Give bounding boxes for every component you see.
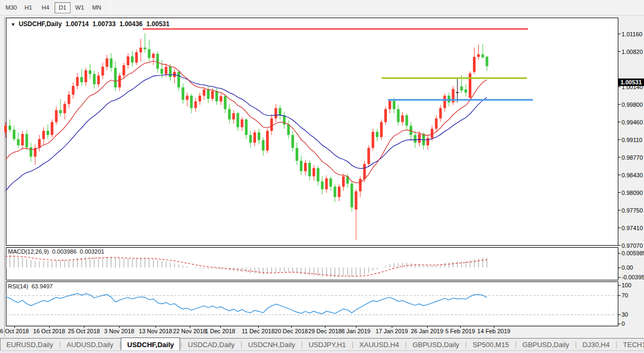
date-tick-label: 8 Jan 2019 bbox=[342, 328, 370, 334]
candle-body bbox=[190, 96, 193, 108]
candle-body bbox=[249, 135, 252, 143]
rsi-pane bbox=[6, 282, 618, 326]
candle-body bbox=[215, 91, 218, 101]
timeframe-button-w1[interactable]: W1 bbox=[72, 2, 88, 13]
chart-tab-dj30-h4[interactable]: DJ30,H4 bbox=[577, 339, 616, 350]
date-tick-label: 25 Oct 2018 bbox=[68, 328, 100, 334]
candle-body bbox=[270, 119, 273, 131]
candle-body bbox=[207, 90, 210, 99]
candle-body bbox=[439, 108, 442, 118]
candle-body bbox=[389, 101, 391, 109]
candle-body bbox=[97, 75, 100, 84]
candle-body bbox=[401, 115, 404, 122]
timeframe-button-mn[interactable]: MN bbox=[89, 2, 105, 13]
chart-tab-eurusd-daily[interactable]: EURUSD,Daily bbox=[1, 339, 59, 350]
candle-body bbox=[296, 148, 298, 161]
candle-body bbox=[435, 119, 438, 129]
candle-body bbox=[258, 132, 260, 140]
candle-body bbox=[182, 88, 184, 100]
candle-body bbox=[397, 109, 400, 122]
candle-body bbox=[131, 57, 134, 63]
timeframe-toolbar: M30H1H4D1W1MN bbox=[0, 0, 644, 15]
candle-body bbox=[464, 90, 467, 93]
chart-dropdown-icon[interactable]: ▼ bbox=[11, 22, 15, 27]
timeframe-button-h1[interactable]: H1 bbox=[20, 2, 36, 13]
timeframe-button-d1[interactable]: D1 bbox=[55, 2, 71, 13]
chart-tab-xauusd-h4[interactable]: XAUUSD,H4 bbox=[353, 339, 405, 350]
mt4-window: M30H1H4D1W1MN 1.011601.008201.001400.998… bbox=[0, 0, 644, 353]
candle-body bbox=[444, 96, 446, 108]
status-bar bbox=[0, 350, 644, 353]
candle-body bbox=[46, 131, 49, 135]
price-tick-label: 0.97070 bbox=[622, 242, 643, 249]
date-tick-label: 22 Nov 2018 bbox=[173, 328, 206, 334]
candle-body bbox=[89, 70, 91, 74]
macd-indicator-label: MACD(12,26,9)0.0039860.003201 bbox=[8, 248, 104, 255]
candle-body bbox=[55, 110, 58, 122]
timeframe-button-m30[interactable]: M30 bbox=[3, 2, 19, 13]
price-tick-label: 1.00820 bbox=[622, 49, 643, 55]
date-tick-label: 26 Jan 2019 bbox=[411, 328, 444, 334]
candle-body bbox=[21, 134, 24, 145]
candle-body bbox=[51, 122, 53, 135]
chart-tab-usdcad-daily[interactable]: USDCAD,Daily bbox=[182, 339, 240, 350]
current-price-badge: 1.00531 bbox=[618, 79, 644, 86]
price-tick-label: 0.98770 bbox=[622, 154, 643, 161]
chart-tab-gbpusd-daily[interactable]: GBPUSD,Daily bbox=[517, 339, 575, 350]
candle-body bbox=[418, 134, 421, 143]
chart-tab-tech100-h1[interactable]: TECH100,H1 bbox=[617, 339, 644, 350]
candle-body bbox=[203, 90, 205, 96]
candle-body bbox=[4, 125, 7, 132]
ohlc-open: 1.00714 bbox=[66, 20, 89, 28]
price-chart: 1.011601.008201.001400.998000.994600.991… bbox=[0, 16, 644, 338]
candle-body bbox=[279, 108, 282, 115]
macd-tick-label: 0.005985 bbox=[622, 250, 644, 256]
candle-body bbox=[160, 69, 163, 74]
chart-tab-usdcnh-daily[interactable]: USDCNH,Daily bbox=[242, 339, 301, 350]
chart-tab-gbpusd-daily[interactable]: GBPUSD,Daily bbox=[407, 339, 465, 350]
candle-body bbox=[333, 187, 336, 197]
candle-body bbox=[127, 57, 129, 65]
date-tick-label: 5 Feb 2019 bbox=[445, 328, 475, 334]
candle-body bbox=[321, 182, 324, 190]
candle-body bbox=[275, 108, 277, 118]
candle-body bbox=[371, 132, 374, 148]
candle-body bbox=[93, 74, 96, 84]
candle-body bbox=[482, 54, 484, 58]
chart-tab-sp500-m15[interactable]: SP500,M15 bbox=[467, 339, 515, 350]
rsi-indicator-label: RSI(14)63.9497 bbox=[8, 283, 53, 289]
candle-body bbox=[384, 109, 387, 122]
candle-body bbox=[262, 140, 265, 150]
date-tick-label: 6 Oct 2018 bbox=[0, 328, 29, 334]
date-tick-label: 14 Feb 2019 bbox=[477, 328, 510, 334]
candle-body bbox=[59, 110, 62, 113]
candle-body bbox=[426, 138, 429, 146]
price-tick-label: 0.97410 bbox=[622, 225, 643, 231]
chart-tab-audusd-daily[interactable]: AUDUSD,Daily bbox=[61, 339, 119, 350]
candle-body bbox=[169, 67, 172, 77]
candle-body bbox=[106, 58, 108, 66]
candle-body bbox=[376, 132, 378, 137]
rsi-tick-label: 70 bbox=[622, 292, 628, 299]
candle-body bbox=[329, 178, 332, 186]
candle-body bbox=[237, 113, 239, 127]
candle-body bbox=[363, 164, 366, 179]
date-tick-label: 17 Jan 2019 bbox=[376, 328, 408, 334]
date-tick-label: 29 Dec 2018 bbox=[308, 328, 342, 334]
candle-body bbox=[102, 67, 104, 75]
macd-signal-value: 0.003201 bbox=[80, 248, 104, 255]
candle-body bbox=[469, 74, 471, 98]
candle-body bbox=[195, 101, 197, 108]
rsi-tick-label: 0 bbox=[622, 320, 625, 327]
macd-tick-label: -0.003954 bbox=[622, 274, 644, 280]
candle-body bbox=[211, 91, 214, 99]
timeframe-button-h4[interactable]: H4 bbox=[37, 2, 53, 13]
rsi-tick-label: 30 bbox=[622, 311, 628, 318]
chart-tab-usdjpy-h1[interactable]: USDJPY,H1 bbox=[302, 339, 352, 350]
candle-body bbox=[114, 68, 117, 88]
chart-symbol-label: USDCHF,Daily bbox=[19, 20, 62, 28]
candle-body bbox=[84, 70, 87, 82]
candle-body bbox=[460, 87, 463, 91]
candle-body bbox=[317, 168, 320, 182]
chart-tab-usdchf-daily[interactable]: USDCHF,Daily bbox=[121, 338, 180, 350]
